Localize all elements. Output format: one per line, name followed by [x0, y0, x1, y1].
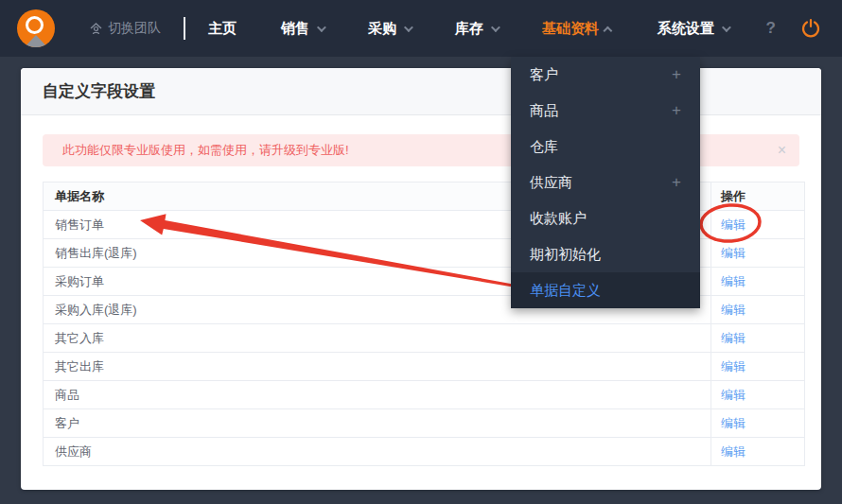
warning-text: 此功能仅限专业版使用，如需使用，请升级到专业版! — [62, 142, 349, 159]
table-row: 其它入库 编辑 — [44, 324, 804, 353]
table-row: 商品 编辑 — [44, 381, 804, 409]
edit-link[interactable]: 编辑 — [721, 330, 746, 347]
switch-team-button[interactable]: 切换团队 — [89, 20, 161, 37]
doc-name: 其它入库 — [44, 324, 710, 352]
nav-item-home[interactable]: 主页 — [208, 20, 237, 38]
menu-item-document-customize[interactable]: 单据自定义 — [511, 272, 700, 308]
plus-icon[interactable]: + — [672, 173, 681, 192]
doc-name: 供应商 — [44, 438, 710, 465]
plus-icon[interactable]: + — [672, 65, 681, 84]
close-icon[interactable]: × — [778, 143, 786, 158]
app-logo[interactable] — [17, 9, 55, 47]
switch-team-label: 切换团队 — [108, 20, 161, 37]
edit-link[interactable]: 编辑 — [721, 273, 746, 290]
nav-item-basic-data[interactable]: 基础资料 — [542, 20, 613, 38]
nav-item-purchase[interactable]: 采购 — [368, 20, 411, 38]
edit-link[interactable]: 编辑 — [721, 415, 746, 432]
chevron-down-icon — [317, 23, 326, 32]
topbar-divider — [184, 17, 185, 40]
header-action: 操作 — [710, 182, 804, 210]
chevron-up-icon — [603, 26, 612, 35]
top-navigation-bar: 切换团队 主页 销售 采购 库存 基础资料 系统设置 ? — [0, 0, 842, 57]
doc-name: 其它出库 — [44, 353, 710, 380]
help-icon[interactable]: ? — [766, 19, 776, 38]
nav-item-inventory[interactable]: 库存 — [455, 20, 498, 38]
edit-link[interactable]: 编辑 — [721, 302, 746, 319]
chevron-down-icon — [722, 23, 731, 32]
basic-data-dropdown-menu: 客户 + 商品 + 仓库 供应商 + 收款账户 期初初始化 单据自定义 — [511, 57, 700, 308]
main-nav: 主页 销售 采购 库存 基础资料 系统设置 — [208, 20, 728, 38]
menu-item-customer[interactable]: 客户 + — [511, 57, 700, 93]
doc-name: 商品 — [44, 381, 710, 408]
logo-mountain-icon — [22, 35, 50, 47]
edit-link[interactable]: 编辑 — [721, 217, 746, 234]
menu-item-initialization[interactable]: 期初初始化 — [511, 236, 700, 272]
switch-team-home-icon — [89, 22, 103, 36]
edit-link[interactable]: 编辑 — [721, 443, 746, 461]
nav-item-system-settings[interactable]: 系统设置 — [658, 20, 728, 38]
edit-link[interactable]: 编辑 — [721, 387, 746, 404]
edit-link[interactable]: 编辑 — [721, 358, 746, 375]
chevron-down-icon — [404, 23, 413, 32]
card-header: 自定义字段设置 — [21, 68, 821, 115]
table-row: 供应商 编辑 — [44, 438, 804, 466]
logout-power-icon[interactable] — [800, 18, 821, 39]
table-row: 其它出库 编辑 — [44, 353, 804, 381]
menu-item-payment-account[interactable]: 收款账户 — [511, 200, 700, 236]
content-card: 自定义字段设置 此功能仅限专业版使用，如需使用，请升级到专业版! × 单据名称 … — [21, 68, 821, 490]
edit-link[interactable]: 编辑 — [721, 245, 746, 262]
nav-item-sales[interactable]: 销售 — [281, 20, 324, 38]
menu-item-product[interactable]: 商品 + — [511, 93, 700, 129]
table-row: 客户 编辑 — [44, 409, 804, 438]
plus-icon[interactable]: + — [672, 101, 681, 120]
chevron-down-icon — [491, 23, 500, 32]
menu-item-supplier[interactable]: 供应商 + — [511, 165, 700, 200]
menu-item-warehouse[interactable]: 仓库 — [511, 129, 700, 165]
logo-ring-icon — [26, 16, 44, 34]
page-title: 自定义字段设置 — [43, 80, 155, 102]
doc-name: 客户 — [44, 409, 710, 437]
topbar-right-icons: ? — [766, 18, 842, 39]
